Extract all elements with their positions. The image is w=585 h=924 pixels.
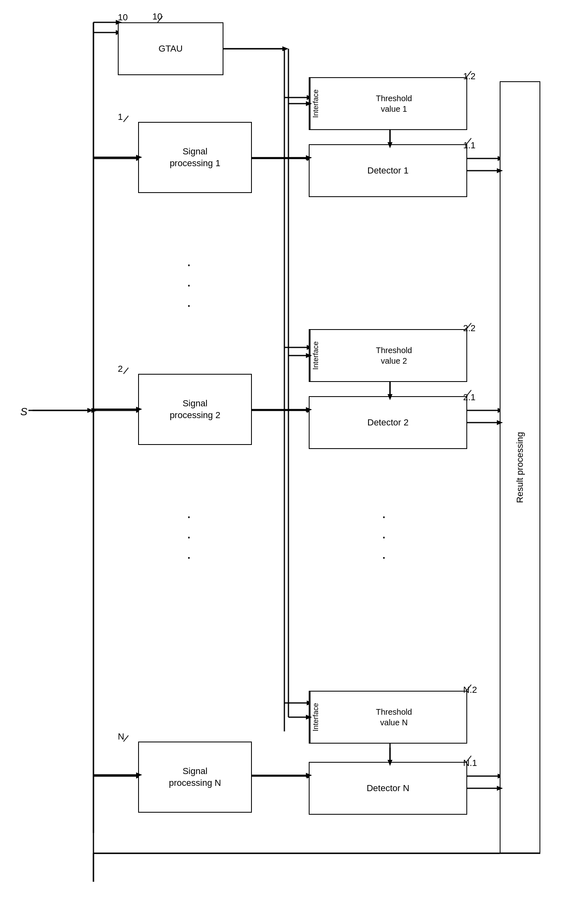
dots-9: · [382, 549, 388, 566]
svg-marker-57 [282, 46, 288, 51]
signal-processing-n-label: Signal processing N [169, 766, 221, 789]
signal-processing-1-box: Signal processing 1 [138, 122, 252, 193]
threshold-2-label: Threshold value 2 [321, 330, 466, 381]
dots-2: · [187, 276, 193, 293]
ref-1-2-label: 1.2 [463, 71, 476, 82]
signal-processing-2-box: Signal processing 2 [138, 374, 252, 445]
signal-processing-1-label: Signal processing 1 [170, 146, 221, 169]
signal-processing-n-box: Signal processing N [138, 742, 252, 813]
detector-1-box: Detector 1 [309, 144, 467, 197]
ref-n-label: N [118, 731, 124, 742]
gtau-label: GTAU [158, 43, 182, 55]
result-processing-label: Result processing [514, 432, 526, 503]
detector-n-label: Detector N [366, 783, 409, 794]
interface-threshold-1-box: Interface Threshold value 1 [309, 77, 467, 130]
svg-line-42 [124, 116, 128, 122]
dots-1: · [187, 256, 193, 273]
detector-2-box: Detector 2 [309, 396, 467, 449]
svg-line-43 [124, 368, 128, 374]
interface-n-label: Interface [310, 692, 321, 743]
dots-7: · [382, 508, 388, 525]
ref-2-1-label: 2.1 [463, 392, 476, 403]
ref-1-1-label: 1.1 [463, 140, 476, 151]
signal-processing-2-label: Signal processing 2 [170, 398, 221, 421]
dots-8: · [382, 528, 388, 545]
dots-4: · [187, 508, 193, 525]
detector-1-label: Detector 1 [367, 165, 409, 177]
detector-2-label: Detector 2 [367, 417, 409, 429]
ref-n1-label: N.1 [463, 758, 477, 768]
svg-marker-52 [87, 408, 93, 413]
interface-1-label: Interface [310, 78, 321, 129]
ref-n2-label: N.2 [463, 685, 477, 695]
s-input-label: S [20, 406, 27, 418]
detector-n-box: Detector N [309, 762, 467, 815]
ref-10-label: 10 [118, 12, 128, 23]
dots-5: · [187, 528, 193, 545]
diagram: 10 GTAU 1 Signal processing 1 2 Signal p… [0, 0, 585, 924]
ref-2-2-label: 2.2 [463, 323, 476, 334]
threshold-1-label: Threshold value 1 [321, 78, 466, 129]
ref-10: 10 [152, 11, 162, 22]
svg-marker-2 [91, 408, 98, 413]
ref-2-label: 2 [118, 364, 123, 374]
threshold-n-label: Threshold value N [321, 692, 466, 743]
dots-3: · [187, 297, 193, 314]
ref-1-label: 1 [118, 112, 123, 122]
diagram-lines-2 [0, 0, 585, 924]
gtau-box: GTAU [118, 22, 223, 75]
interface-threshold-n-box: Interface Threshold value N [309, 691, 467, 744]
interface-threshold-2-box: Interface Threshold value 2 [309, 329, 467, 382]
interface-2-label: Interface [310, 330, 321, 381]
result-processing-box: Result processing [500, 81, 540, 853]
dots-6: · [187, 549, 193, 566]
diagram-lines [0, 0, 585, 924]
